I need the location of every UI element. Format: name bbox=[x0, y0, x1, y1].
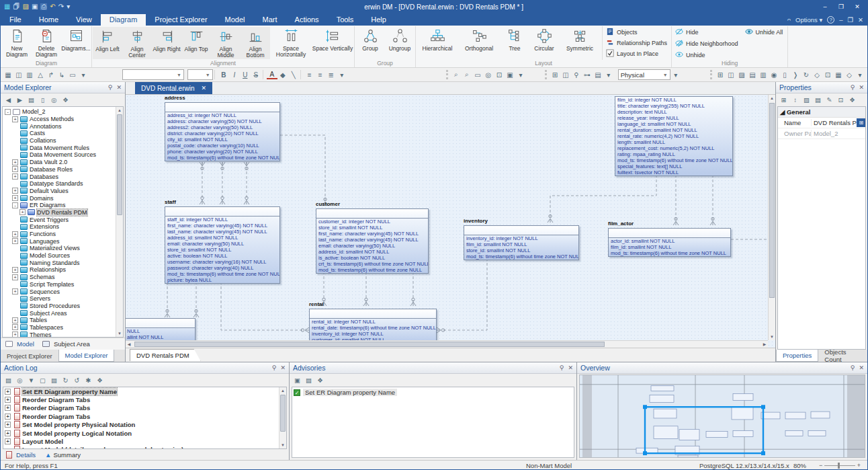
zoom-fit-icon[interactable]: ⊡ bbox=[494, 69, 505, 80]
tree-item-collations[interactable]: Collations bbox=[3, 137, 116, 145]
tree-scrollbar[interactable]: ▲ ▼ bbox=[116, 107, 123, 337]
expander-icon[interactable]: + bbox=[5, 422, 11, 428]
view-table-icon[interactable]: ◫ bbox=[13, 69, 24, 80]
space-horizontally-button[interactable]: Space Horizontally bbox=[270, 26, 312, 60]
pin-icon[interactable]: ⚲ bbox=[108, 84, 113, 91]
tree-item-subject-areas[interactable]: Subject Areas bbox=[3, 309, 116, 317]
tree-item-tablespaces[interactable]: +Tablespaces bbox=[3, 324, 116, 331]
tree-item-script-templates[interactable]: Script Templates bbox=[3, 281, 116, 288]
circular-button[interactable]: Circular bbox=[529, 26, 559, 60]
new-file-icon[interactable]: 🗍 bbox=[13, 3, 19, 10]
table-address[interactable]: addressaddress_id: integer NOT NULLaddre… bbox=[165, 95, 280, 161]
tree-item-sequences[interactable]: +Sequences bbox=[3, 288, 116, 295]
tree-item-languages[interactable]: +Languages bbox=[3, 237, 116, 245]
zoom-dynamic-icon[interactable]: ◎ bbox=[483, 69, 494, 80]
section-general[interactable]: ◢ General bbox=[778, 107, 865, 118]
scroll-down-icon[interactable]: ▼ bbox=[116, 330, 123, 337]
annotation-icon[interactable]: ▭ bbox=[67, 69, 78, 80]
expander-icon[interactable]: + bbox=[12, 159, 18, 165]
snapshot-icon[interactable]: ✱ bbox=[83, 375, 93, 385]
expander-icon[interactable]: + bbox=[5, 397, 11, 403]
close-document-icon[interactable]: ✕ bbox=[201, 85, 206, 91]
transform-icon[interactable]: ⊞ bbox=[550, 69, 560, 80]
tab-properties[interactable]: Properties bbox=[776, 350, 818, 362]
zoom-out-icon[interactable]: − bbox=[819, 462, 822, 469]
action-log-item[interactable]: +Set Model property Logical Notation bbox=[3, 429, 286, 437]
expander-icon[interactable]: + bbox=[12, 324, 18, 330]
scroll-up-icon[interactable]: ▲ bbox=[279, 387, 286, 394]
close-panel-icon[interactable]: ✕ bbox=[859, 364, 864, 371]
action-log-item[interactable]: +Reorder Diagram Tabs bbox=[3, 412, 286, 420]
display-options-icon[interactable]: ▾ bbox=[603, 69, 614, 80]
menu-tab-model[interactable]: Model bbox=[216, 14, 254, 26]
menu-tab-home[interactable]: Home bbox=[30, 14, 67, 26]
expander-icon[interactable]: + bbox=[5, 414, 11, 420]
menu-tab-project-explorer[interactable]: Project Explorer bbox=[146, 14, 216, 26]
chart-icon[interactable]: ▦ bbox=[833, 69, 844, 80]
font-color-icon[interactable]: A bbox=[267, 71, 277, 79]
model-validation-icon[interactable]: ⊞ bbox=[715, 69, 726, 80]
lock-icon[interactable]: ◉ bbox=[769, 69, 779, 80]
tree-item-naming-standards[interactable]: Naming Standards bbox=[3, 259, 116, 266]
align-left-button[interactable]: Align Left bbox=[93, 27, 122, 59]
expander-icon[interactable]: - bbox=[12, 202, 18, 208]
redo-action-icon[interactable]: ↻ bbox=[60, 375, 71, 385]
menu-tab-view[interactable]: View bbox=[67, 14, 101, 26]
tree-item-databases[interactable]: +Databases bbox=[3, 173, 116, 180]
minimize-button[interactable]: – bbox=[818, 3, 832, 10]
document-tab[interactable]: DVD Rental.erwin✕ bbox=[135, 82, 212, 94]
options-menu[interactable]: Options ▾ bbox=[795, 16, 822, 24]
brace-icon[interactable]: ❭ bbox=[790, 69, 801, 80]
tag-icon[interactable]: ❖ bbox=[60, 95, 71, 105]
help-icon[interactable]: ? bbox=[827, 16, 834, 24]
undo-icon[interactable]: ↶ bbox=[50, 3, 55, 10]
table-rental[interactable]: rentalrental_id: integer NOT NULLrental_… bbox=[309, 302, 437, 344]
scroll-left-icon[interactable]: ◀ bbox=[126, 341, 132, 348]
tab-model-explorer[interactable]: Model Explorer bbox=[58, 350, 115, 362]
menu-tab-diagram[interactable]: Diagram bbox=[101, 14, 146, 26]
save-all-icon[interactable]: ▣ bbox=[32, 3, 38, 10]
close-panel-icon[interactable]: ✕ bbox=[568, 364, 573, 371]
tab-objects-count[interactable]: Objects Count bbox=[818, 350, 867, 362]
page-icon[interactable]: ▯ bbox=[779, 69, 790, 80]
expander-icon[interactable]: + bbox=[12, 274, 18, 280]
diagrams-button[interactable]: Diagrams... bbox=[61, 26, 91, 60]
view-icon[interactable]: ▢ bbox=[38, 375, 48, 385]
sort-icon[interactable]: ↕ bbox=[790, 95, 800, 105]
hide-button[interactable]: Hide bbox=[675, 28, 738, 37]
undo-action-icon[interactable]: ↺ bbox=[72, 375, 82, 385]
tree-item-servers[interactable]: Servers bbox=[3, 295, 116, 303]
bold-icon[interactable]: B bbox=[218, 69, 229, 80]
tree-item-datatype-standards[interactable]: Datatype Standards bbox=[3, 180, 116, 188]
zoom-in-icon[interactable]: + bbox=[857, 462, 861, 469]
diagram-canvas[interactable]: addressaddress_id: integer NOT NULLaddre… bbox=[126, 95, 775, 348]
toolbar-overflow-icon[interactable]: ▾ bbox=[337, 69, 347, 80]
canvas-vertical-scrollbar[interactable]: ▲ ▼ bbox=[768, 95, 775, 340]
refresh-icon[interactable]: ↻ bbox=[801, 69, 812, 80]
tree-item-access-methods[interactable]: +Access Methods bbox=[3, 116, 116, 123]
mdi-minimize-icon[interactable]: – bbox=[839, 16, 842, 24]
hierarchical-button[interactable]: Hierarchical bbox=[417, 26, 458, 60]
preview-icon[interactable]: ▤ bbox=[49, 375, 59, 385]
tree-item-model-sources[interactable]: Model Sources bbox=[3, 252, 116, 260]
identifying-relationship-icon[interactable]: ↱ bbox=[46, 69, 56, 80]
open-file-icon[interactable]: ▨ bbox=[22, 3, 28, 10]
tree-item-annotations[interactable]: Annotations bbox=[3, 122, 116, 130]
expander-icon[interactable]: + bbox=[12, 188, 18, 194]
objects-option[interactable]: Objects bbox=[606, 28, 667, 37]
mdi-restore-icon[interactable]: ❐ bbox=[848, 16, 854, 24]
image-icon[interactable]: ▨ bbox=[801, 95, 812, 105]
tree-item-extensions[interactable]: Extensions bbox=[3, 223, 116, 231]
orthogonal-button[interactable]: Orthogonal bbox=[458, 26, 500, 60]
expander-icon[interactable]: + bbox=[12, 231, 18, 237]
shape-icon[interactable]: ◇ bbox=[844, 69, 855, 80]
edit-icon[interactable]: ✎ bbox=[824, 95, 834, 105]
preview-icon[interactable]: ▤ bbox=[304, 375, 314, 385]
table-staff[interactable]: staffstaff_id: integer NOT NULLfirst_nam… bbox=[165, 200, 280, 284]
font-name-combobox[interactable]: ▼ bbox=[122, 69, 184, 80]
find-icon[interactable]: ◎ bbox=[49, 95, 59, 105]
align-text-center-icon[interactable]: ≡ bbox=[315, 69, 326, 80]
align-right-button[interactable]: Align Right bbox=[152, 27, 181, 59]
expander-icon[interactable]: + bbox=[12, 331, 18, 337]
save-icon[interactable]: ▣ bbox=[292, 375, 302, 385]
